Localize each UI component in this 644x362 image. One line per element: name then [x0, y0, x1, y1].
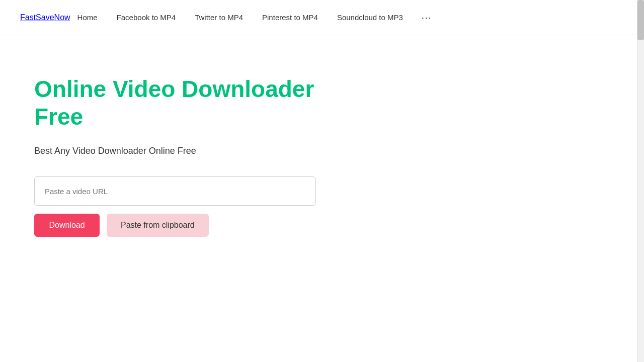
url-input-wrapper: [34, 176, 316, 206]
main-content: Online Video Downloader Free Best Any Vi…: [0, 35, 634, 267]
more-icon: ⋯: [421, 12, 431, 24]
nav-link-home[interactable]: Home: [70, 9, 105, 26]
paste-from-clipboard-button[interactable]: Paste from clipboard: [107, 214, 209, 237]
brand-logo[interactable]: FastSaveNow: [20, 13, 70, 22]
nav-link-pinterest[interactable]: Pinterest to MP4: [255, 9, 325, 26]
nav-links: Home Facebook to MP4 Twitter to MP4 Pint…: [70, 8, 437, 28]
nav-item-pinterest[interactable]: Pinterest to MP4: [255, 13, 325, 22]
url-input[interactable]: [34, 176, 316, 206]
nav-link-facebook[interactable]: Facebook to MP4: [110, 9, 183, 26]
download-button[interactable]: Download: [34, 214, 100, 237]
nav-item-soundcloud[interactable]: Soundcloud to MP3: [330, 13, 410, 22]
buttons-row: Download Paste from clipboard: [34, 214, 634, 237]
hero-heading: Online Video Downloader Free: [34, 75, 336, 131]
nav-item-twitter[interactable]: Twitter to MP4: [188, 13, 250, 22]
more-menu-button[interactable]: ⋯: [415, 8, 437, 28]
hero-subheading: Best Any Video Downloader Online Free: [34, 146, 634, 156]
nav-item-more[interactable]: ⋯: [415, 8, 437, 28]
nav-link-soundcloud[interactable]: Soundcloud to MP3: [330, 9, 410, 26]
nav-item-facebook[interactable]: Facebook to MP4: [110, 13, 183, 22]
nav-item-home[interactable]: Home: [70, 13, 105, 22]
navbar: FastSaveNow Home Facebook to MP4 Twitter…: [0, 0, 644, 35]
scrollbar-track[interactable]: [637, 0, 644, 362]
nav-link-twitter[interactable]: Twitter to MP4: [188, 9, 250, 26]
scrollbar-thumb[interactable]: [637, 0, 644, 40]
